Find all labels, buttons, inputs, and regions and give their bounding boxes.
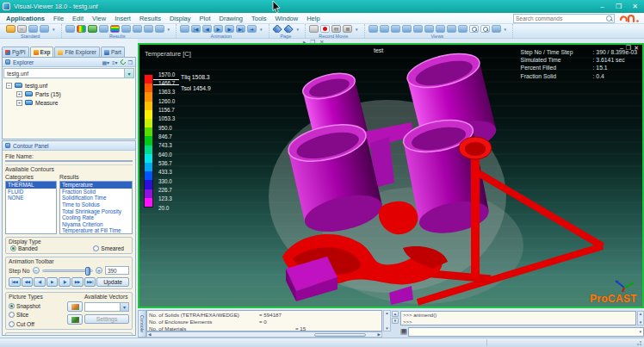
expand-icon[interactable]: + <box>16 91 22 97</box>
console-right-scrollbar[interactable]: ▲▼ <box>637 311 644 325</box>
result-item[interactable]: Time to Solidus <box>60 201 132 208</box>
player-button-5[interactable]: ▶▶ <box>71 277 84 287</box>
tree-row[interactable]: +Measure <box>6 98 135 107</box>
contour-icon[interactable] <box>77 25 86 33</box>
step-decrement-button[interactable]: − <box>33 267 40 274</box>
sort-icon[interactable]: ≡▾ <box>112 59 118 65</box>
panel-pin-icon[interactable]: ▸ <box>303 39 306 46</box>
settings-button[interactable]: Settings <box>84 314 129 324</box>
tools-icon[interactable] <box>155 25 164 33</box>
menu-item-insert[interactable]: Insert <box>115 15 131 22</box>
group-overflow-icon[interactable]: ▾ <box>168 27 170 32</box>
menu-item-plot[interactable]: Plot <box>200 15 211 22</box>
hscroll-thumb[interactable] <box>314 333 366 337</box>
menu-item-help[interactable]: Help <box>307 15 319 22</box>
stop-icon[interactable] <box>343 25 352 33</box>
console-output-right[interactable]: >>> animend()>>> <box>400 311 636 325</box>
menu-item-view[interactable]: View <box>92 15 106 22</box>
plot-grid-icon[interactable] <box>65 25 75 33</box>
camera-icon[interactable] <box>309 25 319 33</box>
maximize-button[interactable]: ❒ <box>612 2 625 11</box>
update-button[interactable]: Update <box>96 277 129 287</box>
tab-part[interactable]: Part <box>101 46 125 57</box>
view-cube-3-icon[interactable] <box>391 25 400 33</box>
last-frame-icon[interactable]: ▶| <box>236 25 245 33</box>
play-icon[interactable]: ▶ <box>214 25 223 33</box>
viewport-3d[interactable]: Temperature [C] test – ❒ ✕ Step No / Tim… <box>138 43 644 308</box>
search-input[interactable] <box>516 15 606 22</box>
result-item[interactable]: Niyama Criterion <box>60 221 132 228</box>
spin-view-icon[interactable] <box>447 25 456 33</box>
radio-cut-off[interactable]: Cut Off <box>9 321 65 327</box>
group-overflow-icon[interactable]: ▾ <box>53 27 55 32</box>
chevron-down-icon[interactable]: ▾ <box>639 329 643 334</box>
player-button-1[interactable]: ◀◀ <box>22 277 34 287</box>
tree-row[interactable]: +Parts (15) <box>6 90 135 98</box>
result-item[interactable]: Temperature <box>60 182 132 189</box>
slider-thumb[interactable] <box>85 267 90 276</box>
export-animation-icon[interactable]: ➔ <box>247 25 257 33</box>
player-button-6[interactable]: ▶▶| <box>84 277 96 287</box>
result-item[interactable]: Temperature at Fill Time <box>60 227 132 234</box>
view-cube-2-icon[interactable] <box>380 25 389 33</box>
panel-close-icon[interactable]: ✕ <box>319 39 324 46</box>
prev-command-button[interactable]: ▲ <box>392 311 399 317</box>
pause-icon[interactable] <box>331 25 341 33</box>
zoom-view-icon[interactable] <box>469 25 479 33</box>
pan-view-icon[interactable] <box>458 25 468 33</box>
rotate-view-icon[interactable] <box>436 25 445 33</box>
result-item[interactable]: Fraction Solid <box>60 189 132 195</box>
cut-icon[interactable]: ✂ <box>17 25 27 33</box>
tab-fileexplorer[interactable]: File Explorer <box>54 46 99 57</box>
radio-slice[interactable]: Slice <box>9 312 65 318</box>
view-cube-4-icon[interactable] <box>402 25 412 33</box>
tab-pgpl[interactable]: Pg/Pl <box>2 46 29 57</box>
menu-item-tools[interactable]: Tools <box>251 15 267 22</box>
vectors-combo[interactable]: ▾ <box>84 302 129 312</box>
player-button-4[interactable]: |▶ <box>59 277 71 287</box>
group-overflow-icon[interactable]: ▾ <box>505 27 507 32</box>
result-item[interactable]: Cooling Rate <box>60 214 132 221</box>
animation-setup-icon[interactable] <box>180 25 189 33</box>
console-hscrollbar[interactable]: ◀▶ <box>146 332 382 338</box>
file-path-field[interactable]: E:/Installs/ESI/Test/Body CG 3-600 Rev08… <box>5 160 133 162</box>
group-overflow-icon[interactable]: ▾ <box>260 27 263 32</box>
step-slider[interactable] <box>42 270 93 272</box>
step-value-field[interactable]: 390 <box>105 266 129 275</box>
refresh-icon[interactable] <box>119 59 126 65</box>
probe-icon[interactable] <box>144 25 153 33</box>
model-combo[interactable]: testg.unf ▾ <box>3 68 134 78</box>
resize-grip[interactable] <box>636 339 643 346</box>
categories-list[interactable]: THERMALFLUIDNONE <box>5 181 57 234</box>
result-item[interactable]: Total Shrinkage Porosity <box>60 208 132 214</box>
normals-icon[interactable] <box>424 25 434 33</box>
next-command-button[interactable]: ▼ <box>392 318 399 324</box>
player-button-3[interactable]: ▶ <box>46 277 59 287</box>
section-icon[interactable] <box>99 25 108 33</box>
radio-snapshot[interactable]: Snapshot <box>9 303 65 309</box>
image-icon[interactable] <box>133 25 142 33</box>
menu-item-applications[interactable]: Applications <box>6 15 45 22</box>
command-input[interactable]: ▾ <box>408 327 644 337</box>
search-icon[interactable] <box>606 15 612 22</box>
cutoff-tool-button[interactable] <box>67 314 83 325</box>
menu-item-file[interactable]: File <box>53 15 64 22</box>
step-forward-icon[interactable]: ▶ <box>225 25 234 33</box>
menu-item-window[interactable]: Window <box>276 15 299 22</box>
open-folder-icon[interactable] <box>6 25 15 33</box>
console-vscrollbar[interactable]: ▲▼ <box>383 310 391 332</box>
menu-item-edit[interactable]: Edit <box>72 15 84 22</box>
panel-float-icon[interactable]: ❒ <box>310 39 315 46</box>
console-output-left[interactable]: No. of Solids (TETRA/HEXA/WEDGE)= 594187… <box>146 310 382 332</box>
search-box[interactable] <box>513 14 615 23</box>
radio-smeared[interactable]: Smeared <box>93 245 124 251</box>
record-icon[interactable] <box>320 25 330 33</box>
view-cube-1-icon[interactable] <box>368 25 378 33</box>
export-result-icon[interactable] <box>121 25 131 33</box>
state-icon[interactable] <box>88 25 97 33</box>
slice-tool-button[interactable] <box>67 301 83 312</box>
player-button-2[interactable]: ◀| <box>34 277 46 287</box>
category-item[interactable]: FLUID <box>6 189 56 195</box>
axis-triad-icon[interactable] <box>413 25 423 33</box>
zoom-window-icon[interactable] <box>480 25 490 33</box>
